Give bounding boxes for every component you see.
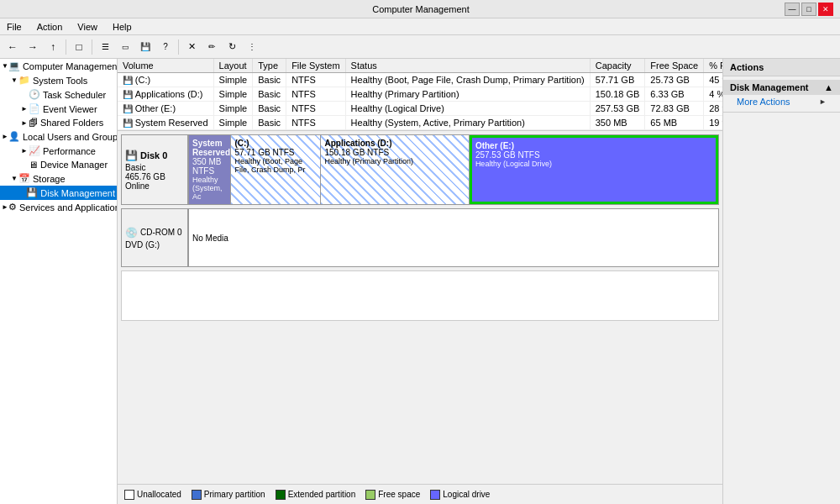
tree-device-manager-label: Device Manager	[40, 160, 108, 170]
col-status: Status	[345, 59, 590, 73]
volume-cell-0-2: Basic	[253, 73, 286, 87]
device-icon: 🖥	[29, 160, 38, 170]
volume-cell-3-1: Simple	[213, 116, 253, 130]
volume-cell-1-2: Basic	[253, 87, 286, 102]
legend-label-unallocated: Unallocated	[137, 490, 181, 499]
local-users-arrow[interactable]: ►	[2, 133, 8, 140]
clock-icon: 🕑	[29, 89, 40, 100]
properties-button[interactable]: ☰	[96, 38, 114, 56]
minimize-button[interactable]: —	[785, 3, 800, 16]
storage-icon: 📅	[18, 173, 30, 184]
part-status-c: Healthy (Boot, Page File, Crash Dump, Pr	[234, 157, 317, 174]
part-name-c: (C:)	[234, 139, 317, 148]
tree-toggle-button[interactable]: □	[70, 38, 88, 56]
maximize-button[interactable]: □	[801, 3, 816, 16]
menu-action[interactable]: Action	[34, 20, 66, 34]
tree-root[interactable]: ▼ 💻 Computer Management (Local	[0, 59, 117, 73]
legend-freespace: Free space	[365, 490, 420, 500]
tree-system-tools[interactable]: ▼ 📁 System Tools	[0, 73, 117, 87]
volume-row-3[interactable]: 💾 System ReservedSimpleBasicNTFSHealthy …	[118, 116, 722, 130]
volume-table: Volume Layout Type File System Status Ca…	[118, 59, 722, 130]
refresh-button[interactable]: ↻	[223, 38, 241, 56]
tree-task-scheduler-label: Task Scheduler	[43, 90, 106, 100]
more-button[interactable]: ⋮	[243, 38, 261, 56]
disk-mgmt-arrow	[18, 189, 26, 197]
storage-arrow[interactable]: ▼	[10, 175, 18, 182]
volume-cell-2-6: 72.83 GB	[645, 102, 704, 116]
tree-services[interactable]: ► ⚙ Services and Applications	[0, 200, 117, 214]
tree-root-arrow[interactable]: ▼	[2, 62, 8, 70]
disk-size-0: 465.76 GB	[125, 172, 184, 181]
delete-button[interactable]: ✕	[182, 38, 201, 56]
action-section-disk-mgmt-label: Disk Management	[730, 82, 809, 92]
legend-label-logical: Logical drive	[443, 490, 490, 499]
volume-cell-3-6: 65 MB	[645, 116, 704, 130]
col-layout: Layout	[213, 59, 253, 73]
more-actions-item[interactable]: More Actions ►	[723, 95, 840, 108]
help-button[interactable]: ?	[156, 38, 175, 56]
volume-cell-2-5: 257.53 GB	[590, 102, 645, 116]
menu-file[interactable]: File	[3, 20, 25, 34]
toolbar-separator-2	[92, 39, 92, 55]
up-button[interactable]: ↑	[44, 38, 62, 56]
toolbar-separator-1	[66, 39, 66, 55]
users-icon: 👤	[8, 131, 20, 142]
volume-cell-2-4: Healthy (Logical Drive)	[345, 102, 590, 116]
tree-disk-management-label: Disk Management	[40, 188, 115, 198]
export-button[interactable]: 💾	[136, 38, 155, 56]
partition-d[interactable]: Applications (D:) 150.18 GB NTFS Healthy…	[321, 135, 469, 204]
cdrom-icon: 💿	[125, 227, 138, 239]
partition-system-reserved[interactable]: System Reserved 350 MB NTFS Healthy (Sys…	[189, 135, 231, 204]
system-tools-arrow[interactable]: ▼	[10, 76, 18, 84]
tree-event-viewer[interactable]: ► 📄 Event Viewer	[0, 102, 117, 116]
tree-panel: ▼ 💻 Computer Management (Local ▼ 📁 Syste…	[0, 59, 118, 504]
volume-row-2[interactable]: 💾 Other (E:)SimpleBasicNTFSHealthy (Logi…	[118, 102, 722, 116]
volume-cell-3-4: Healthy (System, Active, Primary Partiti…	[345, 116, 590, 130]
tree-device-manager[interactable]: 🖥 Device Manager	[0, 158, 117, 171]
menu-help[interactable]: Help	[109, 20, 135, 34]
close-button[interactable]: ✕	[818, 3, 833, 16]
services-icon: ⚙	[8, 202, 17, 213]
part-size-c: 57.71 GB NTFS	[234, 148, 317, 157]
forward-button[interactable]: →	[24, 38, 42, 56]
partition-e[interactable]: Other (E:) 257.53 GB NTFS Healthy (Logic…	[470, 135, 718, 204]
new-window-button[interactable]: ▭	[116, 38, 134, 56]
shared-folders-arrow[interactable]: ►	[20, 119, 29, 127]
volume-cell-0-6: 25.73 GB	[645, 73, 704, 87]
tree-task-scheduler[interactable]: 🕑 Task Scheduler	[0, 87, 117, 102]
event-viewer-arrow[interactable]: ►	[20, 105, 29, 113]
tree-event-viewer-label: Event Viewer	[43, 104, 97, 114]
action-section-disk-mgmt: Disk Management ▲ More Actions ►	[723, 76, 840, 113]
legend-box-extended	[276, 490, 286, 500]
part-name-e: Other (E:)	[475, 141, 712, 150]
tree-system-tools-label: System Tools	[33, 76, 87, 86]
legend-logical: Logical drive	[430, 490, 490, 500]
tree-shared-folders[interactable]: ► 🗐 Shared Folders	[0, 116, 117, 129]
part-status-e: Healthy (Logical Drive)	[475, 160, 712, 168]
tree-local-users[interactable]: ► 👤 Local Users and Groups	[0, 129, 117, 144]
cdrom-name: CD-ROM 0	[140, 228, 181, 237]
disk-type-0: Basic	[125, 163, 184, 172]
volume-cell-1-7: 4 %	[704, 87, 722, 102]
part-size-e: 257.53 GB NTFS	[475, 150, 712, 160]
partition-c[interactable]: (C:) 57.71 GB NTFS Healthy (Boot, Page F…	[231, 135, 321, 204]
cdrom-row: 💿 CD-ROM 0 DVD (G:) No Media	[121, 208, 719, 267]
services-arrow[interactable]: ►	[2, 203, 8, 211]
actions-panel: Actions Disk Management ▲ More Actions ►	[722, 59, 840, 504]
properties2-button[interactable]: ✏	[202, 38, 221, 56]
volume-cell-0-1: Simple	[213, 73, 253, 87]
back-button[interactable]: ←	[3, 38, 22, 56]
disk-area: 💾 Disk 0 Basic 465.76 GB Online System R…	[118, 131, 722, 484]
volume-row-0[interactable]: 💾 (C:)SimpleBasicNTFSHealthy (Boot, Page…	[118, 73, 722, 87]
disk-row-0: 💾 Disk 0 Basic 465.76 GB Online System R…	[121, 134, 719, 205]
computer-icon: 💻	[8, 60, 20, 71]
legend-unallocated: Unallocated	[124, 490, 181, 500]
tree-performance[interactable]: ► 📈 Performance	[0, 144, 117, 158]
tree-storage[interactable]: ▼ 📅 Storage	[0, 171, 117, 186]
legend-extended: Extended partition	[276, 490, 356, 500]
menu-view[interactable]: View	[74, 20, 101, 34]
performance-arrow[interactable]: ►	[20, 147, 29, 155]
tree-disk-management[interactable]: 💾 Disk Management	[0, 186, 117, 200]
volume-cell-0-0: 💾 (C:)	[118, 73, 213, 87]
volume-row-1[interactable]: 💾 Applications (D:)SimpleBasicNTFSHealth…	[118, 87, 722, 102]
